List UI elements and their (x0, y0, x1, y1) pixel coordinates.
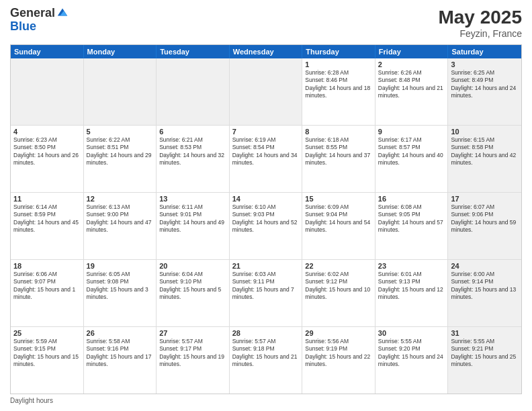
day-number: 23 (378, 262, 445, 270)
calendar-row: 18Sunrise: 6:06 AM Sunset: 9:07 PM Dayli… (11, 260, 521, 327)
logo: General Blue (10, 7, 69, 34)
calendar-cell: 19Sunrise: 6:05 AM Sunset: 9:08 PM Dayli… (84, 260, 157, 326)
calendar-cell: 22Sunrise: 6:02 AM Sunset: 9:12 PM Dayli… (302, 260, 375, 326)
calendar-cell: 29Sunrise: 5:56 AM Sunset: 9:19 PM Dayli… (302, 327, 375, 394)
day-number: 18 (13, 262, 81, 270)
calendar-row: 25Sunrise: 5:59 AM Sunset: 9:15 PM Dayli… (11, 327, 521, 394)
day-number: 9 (378, 128, 445, 136)
calendar-cell: 21Sunrise: 6:03 AM Sunset: 9:11 PM Dayli… (230, 260, 303, 326)
day-number: 2 (378, 60, 445, 68)
day-number: 30 (378, 329, 445, 337)
cell-info: Sunrise: 5:59 AM Sunset: 9:15 PM Dayligh… (13, 338, 81, 369)
calendar-cell: 27Sunrise: 5:57 AM Sunset: 9:17 PM Dayli… (157, 327, 230, 394)
calendar-header-cell: Thursday (302, 45, 375, 58)
calendar-header-cell: Friday (375, 45, 449, 58)
cell-info: Sunrise: 5:57 AM Sunset: 9:17 PM Dayligh… (159, 338, 226, 369)
day-number: 16 (378, 195, 445, 203)
page: General Blue May 2025 Feyzin, France Sun… (0, 0, 532, 411)
cell-info: Sunrise: 5:57 AM Sunset: 9:18 PM Dayligh… (232, 338, 300, 369)
calendar-cell (84, 58, 157, 125)
cell-info: Sunrise: 6:08 AM Sunset: 9:05 PM Dayligh… (378, 203, 445, 234)
calendar-cell: 17Sunrise: 6:07 AM Sunset: 9:06 PM Dayli… (448, 193, 521, 259)
cell-info: Sunrise: 6:15 AM Sunset: 8:58 PM Dayligh… (451, 136, 519, 167)
calendar-cell: 30Sunrise: 5:55 AM Sunset: 9:20 PM Dayli… (375, 327, 449, 394)
calendar-cell: 5Sunrise: 6:22 AM Sunset: 8:51 PM Daylig… (84, 126, 157, 192)
day-number: 22 (305, 262, 372, 270)
day-number: 14 (232, 195, 300, 203)
calendar-cell: 3Sunrise: 6:25 AM Sunset: 8:49 PM Daylig… (448, 58, 521, 125)
footer-daylight-label: Daylight hours (10, 397, 53, 404)
calendar-cell (11, 58, 84, 125)
day-number: 29 (305, 329, 372, 337)
day-number: 20 (159, 262, 226, 270)
calendar-cell: 18Sunrise: 6:06 AM Sunset: 9:07 PM Dayli… (11, 260, 84, 326)
logo-icon (56, 6, 69, 18)
calendar-cell: 10Sunrise: 6:15 AM Sunset: 8:58 PM Dayli… (448, 126, 521, 192)
cell-info: Sunrise: 6:01 AM Sunset: 9:13 PM Dayligh… (378, 271, 445, 302)
cell-info: Sunrise: 6:17 AM Sunset: 8:57 PM Dayligh… (378, 136, 445, 167)
cell-info: Sunrise: 6:09 AM Sunset: 9:04 PM Dayligh… (305, 203, 372, 234)
header: General Blue May 2025 Feyzin, France (10, 7, 522, 39)
calendar-row: 4Sunrise: 6:23 AM Sunset: 8:50 PM Daylig… (11, 126, 521, 193)
calendar-cell: 25Sunrise: 5:59 AM Sunset: 9:15 PM Dayli… (11, 327, 84, 394)
day-number: 10 (451, 128, 519, 136)
calendar-header-cell: Tuesday (157, 45, 230, 58)
cell-info: Sunrise: 6:05 AM Sunset: 9:08 PM Dayligh… (87, 271, 154, 302)
footer-note: Daylight hours (10, 397, 522, 404)
cell-info: Sunrise: 6:10 AM Sunset: 9:03 PM Dayligh… (232, 203, 300, 234)
day-number: 4 (13, 128, 81, 136)
day-number: 26 (87, 329, 154, 337)
cell-info: Sunrise: 6:25 AM Sunset: 8:49 PM Dayligh… (451, 69, 519, 100)
cell-info: Sunrise: 6:21 AM Sunset: 8:53 PM Dayligh… (159, 136, 226, 167)
day-number: 7 (232, 128, 300, 136)
cell-info: Sunrise: 5:58 AM Sunset: 9:16 PM Dayligh… (87, 338, 154, 369)
calendar-cell: 9Sunrise: 6:17 AM Sunset: 8:57 PM Daylig… (375, 126, 449, 192)
calendar-cell: 8Sunrise: 6:18 AM Sunset: 8:55 PM Daylig… (302, 126, 375, 192)
calendar-header-cell: Saturday (448, 45, 521, 58)
cell-info: Sunrise: 6:04 AM Sunset: 9:10 PM Dayligh… (159, 271, 226, 302)
day-number: 11 (13, 195, 81, 203)
calendar-cell: 14Sunrise: 6:10 AM Sunset: 9:03 PM Dayli… (230, 193, 303, 259)
day-number: 13 (159, 195, 226, 203)
day-number: 25 (13, 329, 81, 337)
calendar-cell: 13Sunrise: 6:11 AM Sunset: 9:01 PM Dayli… (157, 193, 230, 259)
calendar-row: 11Sunrise: 6:14 AM Sunset: 8:59 PM Dayli… (11, 193, 521, 260)
cell-info: Sunrise: 5:55 AM Sunset: 9:21 PM Dayligh… (451, 338, 519, 369)
calendar-cell: 15Sunrise: 6:09 AM Sunset: 9:04 PM Dayli… (302, 193, 375, 259)
calendar-header-cell: Monday (84, 45, 157, 58)
calendar-cell: 2Sunrise: 6:26 AM Sunset: 8:48 PM Daylig… (375, 58, 449, 125)
calendar-cell: 28Sunrise: 5:57 AM Sunset: 9:18 PM Dayli… (230, 327, 303, 394)
day-number: 17 (451, 195, 519, 203)
day-number: 27 (159, 329, 226, 337)
day-number: 21 (232, 262, 300, 270)
location: Feyzin, France (438, 28, 522, 39)
calendar-cell (230, 58, 303, 125)
cell-info: Sunrise: 6:14 AM Sunset: 8:59 PM Dayligh… (13, 203, 81, 234)
calendar-cell: 12Sunrise: 6:13 AM Sunset: 9:00 PM Dayli… (84, 193, 157, 259)
cell-info: Sunrise: 6:00 AM Sunset: 9:14 PM Dayligh… (451, 271, 519, 302)
calendar-cell: 1Sunrise: 6:28 AM Sunset: 8:46 PM Daylig… (302, 58, 375, 125)
cell-info: Sunrise: 5:55 AM Sunset: 9:20 PM Dayligh… (378, 338, 445, 369)
month-year: May 2025 (438, 7, 522, 28)
calendar-cell: 6Sunrise: 6:21 AM Sunset: 8:53 PM Daylig… (157, 126, 230, 192)
calendar-cell: 26Sunrise: 5:58 AM Sunset: 9:16 PM Dayli… (84, 327, 157, 394)
title-block: May 2025 Feyzin, France (438, 7, 522, 39)
cell-info: Sunrise: 6:28 AM Sunset: 8:46 PM Dayligh… (305, 69, 372, 100)
cell-info: Sunrise: 6:18 AM Sunset: 8:55 PM Dayligh… (305, 136, 372, 167)
calendar-cell: 20Sunrise: 6:04 AM Sunset: 9:10 PM Dayli… (157, 260, 230, 326)
cell-info: Sunrise: 6:03 AM Sunset: 9:11 PM Dayligh… (232, 271, 300, 302)
calendar-row: 1Sunrise: 6:28 AM Sunset: 8:46 PM Daylig… (11, 58, 521, 126)
cell-info: Sunrise: 6:26 AM Sunset: 8:48 PM Dayligh… (378, 69, 445, 100)
day-number: 19 (87, 262, 154, 270)
cell-info: Sunrise: 6:02 AM Sunset: 9:12 PM Dayligh… (305, 271, 372, 302)
calendar: SundayMondayTuesdayWednesdayThursdayFrid… (10, 44, 522, 394)
cell-info: Sunrise: 6:22 AM Sunset: 8:51 PM Dayligh… (87, 136, 154, 167)
calendar-body: 1Sunrise: 6:28 AM Sunset: 8:46 PM Daylig… (11, 58, 521, 394)
day-number: 28 (232, 329, 300, 337)
day-number: 8 (305, 128, 372, 136)
day-number: 12 (87, 195, 154, 203)
day-number: 1 (305, 60, 372, 68)
cell-info: Sunrise: 6:19 AM Sunset: 8:54 PM Dayligh… (232, 136, 300, 167)
calendar-cell: 4Sunrise: 6:23 AM Sunset: 8:50 PM Daylig… (11, 126, 84, 192)
logo-blue-text: Blue (10, 19, 36, 33)
